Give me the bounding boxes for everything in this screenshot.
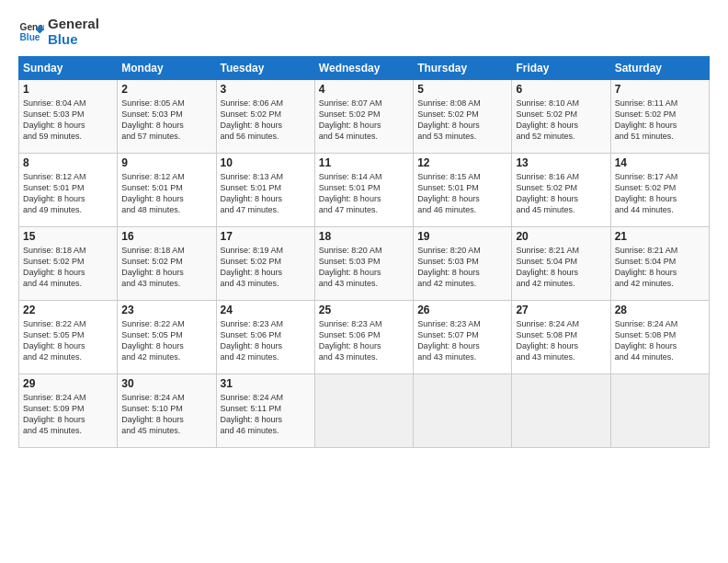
calendar-cell: 11Sunrise: 8:14 AM Sunset: 5:01 PM Dayli… (314, 154, 413, 227)
calendar-cell: 4Sunrise: 8:07 AM Sunset: 5:02 PM Daylig… (314, 80, 413, 154)
calendar-cell (314, 374, 413, 448)
svg-text:Blue: Blue (20, 32, 40, 42)
day-number: 24 (221, 304, 311, 316)
calendar-cell: 10Sunrise: 8:13 AM Sunset: 5:01 PM Dayli… (216, 154, 314, 227)
day-number: 8 (23, 156, 113, 169)
calendar-cell: 15Sunrise: 8:18 AM Sunset: 5:02 PM Dayli… (19, 227, 118, 301)
calendar-cell: 16Sunrise: 8:18 AM Sunset: 5:02 PM Dayli… (118, 227, 216, 301)
calendar-cell: 5Sunrise: 8:08 AM Sunset: 5:02 PM Daylig… (414, 80, 512, 154)
day-number: 23 (121, 304, 211, 316)
header: General Blue General Blue (18, 17, 710, 47)
day-number: 4 (319, 83, 409, 96)
day-info: Sunrise: 8:24 AM Sunset: 5:08 PM Dayligh… (516, 318, 606, 363)
calendar-cell: 20Sunrise: 8:21 AM Sunset: 5:04 PM Dayli… (512, 227, 610, 301)
calendar-table: Sunday Monday Tuesday Wednesday Thursday… (18, 56, 710, 448)
day-info: Sunrise: 8:21 AM Sunset: 5:04 PM Dayligh… (516, 245, 606, 290)
col-friday: Friday (512, 57, 610, 80)
calendar-cell (512, 374, 610, 448)
day-info: Sunrise: 8:20 AM Sunset: 5:03 PM Dayligh… (319, 245, 409, 290)
day-info: Sunrise: 8:19 AM Sunset: 5:02 PM Dayligh… (221, 245, 311, 290)
calendar-cell: 27Sunrise: 8:24 AM Sunset: 5:08 PM Dayli… (512, 301, 610, 374)
day-number: 25 (319, 304, 409, 316)
day-number: 9 (121, 156, 211, 169)
calendar-cell: 7Sunrise: 8:11 AM Sunset: 5:02 PM Daylig… (610, 80, 709, 154)
day-info: Sunrise: 8:15 AM Sunset: 5:01 PM Dayligh… (417, 171, 507, 216)
day-info: Sunrise: 8:21 AM Sunset: 5:04 PM Dayligh… (615, 245, 705, 290)
col-wednesday: Wednesday (314, 57, 413, 80)
col-saturday: Saturday (610, 57, 709, 80)
calendar-cell: 21Sunrise: 8:21 AM Sunset: 5:04 PM Dayli… (610, 227, 709, 301)
day-info: Sunrise: 8:07 AM Sunset: 5:02 PM Dayligh… (319, 98, 409, 143)
calendar-cell (414, 374, 512, 448)
day-number: 31 (221, 377, 311, 390)
day-info: Sunrise: 8:22 AM Sunset: 5:05 PM Dayligh… (23, 318, 113, 363)
day-number: 27 (516, 304, 606, 316)
day-info: Sunrise: 8:24 AM Sunset: 5:09 PM Dayligh… (23, 392, 113, 437)
calendar-week-4: 22Sunrise: 8:22 AM Sunset: 5:05 PM Dayli… (19, 301, 710, 374)
calendar-cell: 28Sunrise: 8:24 AM Sunset: 5:08 PM Dayli… (610, 301, 709, 374)
day-number: 21 (615, 230, 705, 243)
day-info: Sunrise: 8:10 AM Sunset: 5:02 PM Dayligh… (516, 98, 606, 143)
calendar-week-3: 15Sunrise: 8:18 AM Sunset: 5:02 PM Dayli… (19, 227, 710, 301)
day-info: Sunrise: 8:06 AM Sunset: 5:02 PM Dayligh… (221, 98, 311, 143)
day-number: 13 (516, 156, 606, 169)
calendar-cell: 6Sunrise: 8:10 AM Sunset: 5:02 PM Daylig… (512, 80, 610, 154)
calendar-cell: 12Sunrise: 8:15 AM Sunset: 5:01 PM Dayli… (414, 154, 512, 227)
header-row: Sunday Monday Tuesday Wednesday Thursday… (19, 57, 710, 80)
day-info: Sunrise: 8:22 AM Sunset: 5:05 PM Dayligh… (121, 318, 211, 363)
day-number: 11 (319, 156, 409, 169)
day-number: 10 (221, 156, 311, 169)
day-number: 3 (221, 83, 311, 96)
day-info: Sunrise: 8:24 AM Sunset: 5:11 PM Dayligh… (221, 392, 311, 437)
logo-icon: General Blue (18, 19, 44, 45)
day-number: 7 (615, 83, 705, 96)
day-info: Sunrise: 8:18 AM Sunset: 5:02 PM Dayligh… (23, 245, 113, 290)
calendar-week-2: 8Sunrise: 8:12 AM Sunset: 5:01 PM Daylig… (19, 154, 710, 227)
logo: General Blue General Blue (18, 17, 99, 47)
col-sunday: Sunday (19, 57, 118, 80)
calendar-cell: 25Sunrise: 8:23 AM Sunset: 5:06 PM Dayli… (314, 301, 413, 374)
day-info: Sunrise: 8:20 AM Sunset: 5:03 PM Dayligh… (417, 245, 507, 290)
calendar-cell: 9Sunrise: 8:12 AM Sunset: 5:01 PM Daylig… (118, 154, 216, 227)
calendar-cell: 17Sunrise: 8:19 AM Sunset: 5:02 PM Dayli… (216, 227, 314, 301)
day-info: Sunrise: 8:12 AM Sunset: 5:01 PM Dayligh… (121, 171, 211, 216)
logo-text-blue: Blue (48, 32, 99, 48)
day-info: Sunrise: 8:23 AM Sunset: 5:07 PM Dayligh… (417, 318, 507, 363)
day-number: 15 (23, 230, 113, 243)
day-number: 5 (417, 83, 507, 96)
calendar-cell: 1Sunrise: 8:04 AM Sunset: 5:03 PM Daylig… (19, 80, 118, 154)
day-info: Sunrise: 8:14 AM Sunset: 5:01 PM Dayligh… (319, 171, 409, 216)
day-info: Sunrise: 8:17 AM Sunset: 5:02 PM Dayligh… (615, 171, 705, 216)
day-info: Sunrise: 8:23 AM Sunset: 5:06 PM Dayligh… (319, 318, 409, 363)
calendar-cell: 8Sunrise: 8:12 AM Sunset: 5:01 PM Daylig… (19, 154, 118, 227)
day-info: Sunrise: 8:16 AM Sunset: 5:02 PM Dayligh… (516, 171, 606, 216)
day-info: Sunrise: 8:24 AM Sunset: 5:08 PM Dayligh… (615, 318, 705, 363)
calendar-cell: 22Sunrise: 8:22 AM Sunset: 5:05 PM Dayli… (19, 301, 118, 374)
calendar-week-5: 29Sunrise: 8:24 AM Sunset: 5:09 PM Dayli… (19, 374, 710, 448)
day-number: 19 (417, 230, 507, 243)
day-info: Sunrise: 8:05 AM Sunset: 5:03 PM Dayligh… (121, 98, 211, 143)
calendar-cell (610, 374, 709, 448)
day-number: 16 (121, 230, 211, 243)
calendar-cell: 30Sunrise: 8:24 AM Sunset: 5:10 PM Dayli… (118, 374, 216, 448)
col-thursday: Thursday (414, 57, 512, 80)
day-number: 2 (121, 83, 211, 96)
day-info: Sunrise: 8:12 AM Sunset: 5:01 PM Dayligh… (23, 171, 113, 216)
day-number: 12 (417, 156, 507, 169)
day-number: 1 (23, 83, 113, 96)
calendar-cell: 31Sunrise: 8:24 AM Sunset: 5:11 PM Dayli… (216, 374, 314, 448)
day-number: 22 (23, 304, 113, 316)
calendar-cell: 18Sunrise: 8:20 AM Sunset: 5:03 PM Dayli… (314, 227, 413, 301)
day-info: Sunrise: 8:11 AM Sunset: 5:02 PM Dayligh… (615, 98, 705, 143)
calendar-cell: 2Sunrise: 8:05 AM Sunset: 5:03 PM Daylig… (118, 80, 216, 154)
day-number: 29 (23, 377, 113, 390)
day-info: Sunrise: 8:08 AM Sunset: 5:02 PM Dayligh… (417, 98, 507, 143)
col-monday: Monday (118, 57, 216, 80)
day-info: Sunrise: 8:23 AM Sunset: 5:06 PM Dayligh… (221, 318, 311, 363)
calendar-week-1: 1Sunrise: 8:04 AM Sunset: 5:03 PM Daylig… (19, 80, 710, 154)
day-number: 14 (615, 156, 705, 169)
day-info: Sunrise: 8:13 AM Sunset: 5:01 PM Dayligh… (221, 171, 311, 216)
day-number: 28 (615, 304, 705, 316)
day-number: 30 (121, 377, 211, 390)
calendar-cell: 3Sunrise: 8:06 AM Sunset: 5:02 PM Daylig… (216, 80, 314, 154)
